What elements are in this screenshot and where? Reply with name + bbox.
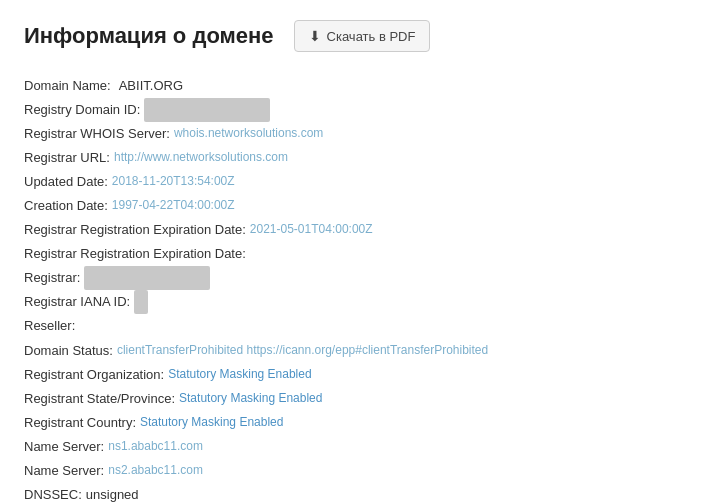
name-server2-label: Name Server: (24, 459, 104, 483)
registrar-label: Registrar: (24, 266, 80, 290)
name-server1-row: Name Server: ns1.ababc11.com (24, 435, 677, 459)
creation-date-value: 1997-04-22T04:00:00Z (112, 194, 235, 218)
domain-info-section: Domain Name: ABIIT.ORG Registry Domain I… (24, 74, 677, 503)
registrant-org-row: Registrant Organization: Statutory Maski… (24, 363, 677, 387)
updated-date-label: Updated Date: (24, 170, 108, 194)
registrant-country-label: Registrant Country: (24, 411, 136, 435)
registry-id-label: Registry Domain ID: (24, 98, 140, 122)
registrar-value: Network Solutions, Inc (84, 266, 210, 290)
registry-id-row: Registry Domain ID: ██████████████ (24, 98, 677, 122)
pdf-button-label: Скачать в PDF (327, 29, 416, 44)
domain-name-label: Domain Name: (24, 74, 111, 98)
name-server1-value: ns1.ababc11.com (108, 435, 203, 459)
reseller-label: Reseller: (24, 314, 75, 338)
iana-id-label: Registrar IANA ID: (24, 290, 130, 314)
reseller-row: Reseller: (24, 314, 677, 338)
expiration-date-value1: 2021-05-01T04:00:00Z (250, 218, 373, 242)
creation-date-row: Creation Date: 1997-04-22T04:00:00Z (24, 194, 677, 218)
dnssec-row: DNSSEC: unsigned (24, 483, 677, 503)
domain-status-value: clientTransferProhibited https://icann.o… (117, 339, 488, 363)
name-server1-label: Name Server: (24, 435, 104, 459)
download-icon: ⬇ (309, 28, 321, 44)
registry-id-value: ██████████████ (144, 98, 270, 122)
registrar-whois-label: Registrar WHOIS Server: (24, 122, 170, 146)
expiration-date-label1: Registrar Registration Expiration Date: (24, 218, 246, 242)
iana-id-value: 2 (134, 290, 147, 314)
name-server2-row: Name Server: ns2.ababc11.com (24, 459, 677, 483)
creation-date-label: Creation Date: (24, 194, 108, 218)
registrant-org-value: Statutory Masking Enabled (168, 363, 311, 387)
domain-status-label: Domain Status: (24, 339, 113, 363)
registrar-url-label: Registrar URL: (24, 146, 110, 170)
expiration-date-row2: Registrar Registration Expiration Date: (24, 242, 677, 266)
registrar-whois-row: Registrar WHOIS Server: whois.networksol… (24, 122, 677, 146)
registrar-whois-value: whois.networksolutions.com (174, 122, 323, 146)
domain-name-value: ABIIT.ORG (119, 74, 183, 98)
registrant-state-label: Registrant State/Province: (24, 387, 175, 411)
domain-name-row: Domain Name: ABIIT.ORG (24, 74, 677, 98)
expiration-date-label2: Registrar Registration Expiration Date: (24, 242, 246, 266)
updated-date-row: Updated Date: 2018-11-20T13:54:00Z (24, 170, 677, 194)
registrar-url-row: Registrar URL: http://www.networksolutio… (24, 146, 677, 170)
pdf-download-button[interactable]: ⬇ Скачать в PDF (294, 20, 431, 52)
page-title: Информация о домене (24, 23, 274, 49)
dnssec-value: unsigned (86, 483, 139, 503)
iana-id-row: Registrar IANA ID: 2 (24, 290, 677, 314)
registrant-state-value: Statutory Masking Enabled (179, 387, 322, 411)
registrant-country-value: Statutory Masking Enabled (140, 411, 283, 435)
registrar-row: Registrar: Network Solutions, Inc (24, 266, 677, 290)
domain-status-row: Domain Status: clientTransferProhibited … (24, 339, 677, 363)
registrant-org-label: Registrant Organization: (24, 363, 164, 387)
updated-date-value: 2018-11-20T13:54:00Z (112, 170, 235, 194)
dnssec-label: DNSSEC: (24, 483, 82, 503)
registrar-url-value: http://www.networksolutions.com (114, 146, 288, 170)
expiration-date-row1: Registrar Registration Expiration Date: … (24, 218, 677, 242)
name-server2-value: ns2.ababc11.com (108, 459, 203, 483)
registrant-country-row: Registrant Country: Statutory Masking En… (24, 411, 677, 435)
registrant-state-row: Registrant State/Province: Statutory Mas… (24, 387, 677, 411)
